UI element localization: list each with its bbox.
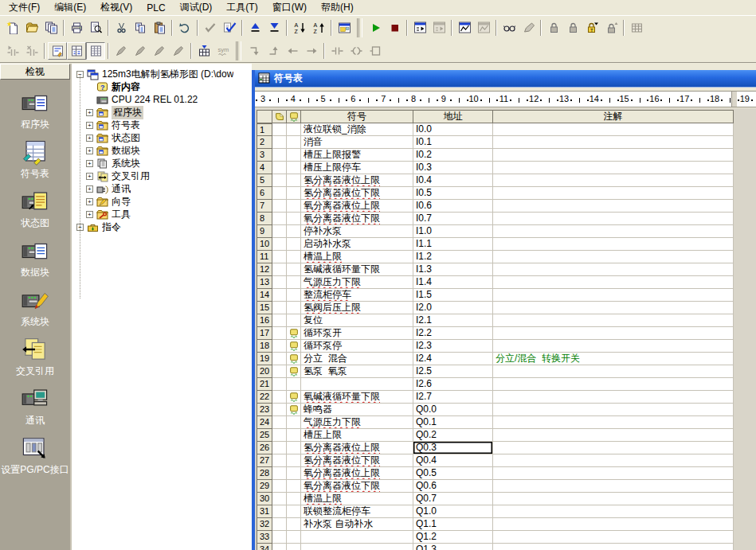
symbol-cell[interactable]: 槽温上限 <box>301 251 413 263</box>
row-number-cell[interactable]: 34 <box>257 544 272 550</box>
tree-item-whats-new[interactable]: 新内容 <box>72 80 252 93</box>
comment-cell[interactable] <box>493 251 734 263</box>
comment-cell[interactable] <box>493 289 734 302</box>
status-monitor-button[interactable] <box>499 19 519 37</box>
row-number-cell[interactable]: 10 <box>257 238 272 251</box>
symbol-table-titlebar[interactable]: 符号表 <box>255 70 756 88</box>
symbol-marker-cell[interactable] <box>287 187 301 200</box>
symbol-marker-cell[interactable] <box>287 404 301 416</box>
symbol-marker-cell[interactable] <box>287 314 301 327</box>
comment-cell[interactable] <box>493 404 734 416</box>
row-number-cell[interactable]: 4 <box>257 162 272 174</box>
symbol-marker-cell[interactable] <box>287 251 301 263</box>
symbol-marker-cell[interactable] <box>287 454 301 467</box>
symbol-cell[interactable]: 氢分离器液位下限 <box>301 187 413 200</box>
overlap-cell[interactable] <box>272 276 287 289</box>
navbar-item-status-chart[interactable]: 状态图 <box>0 188 70 237</box>
row-number-cell[interactable]: 8 <box>257 213 272 225</box>
symbol-cell[interactable]: 氢分离器液位下限 <box>301 454 413 467</box>
menu-item-debug[interactable]: 调试(D) <box>173 0 220 16</box>
tree-expand-expand-box[interactable]: + <box>86 198 93 205</box>
symbol-cell[interactable]: 氧分离器液位上限 <box>301 467 413 480</box>
copy-button[interactable] <box>131 19 150 37</box>
tree-item-project[interactable]: −125m3电解制氢梯形图 (D:\dow <box>72 68 252 80</box>
row-number-cell[interactable]: 23 <box>257 404 272 416</box>
comment-cell[interactable] <box>493 302 734 314</box>
overlap-cell[interactable] <box>272 365 287 378</box>
symbol-cell[interactable]: 氧碱液循环量下限 <box>301 391 413 404</box>
overlap-cell[interactable] <box>272 493 287 505</box>
comment-cell[interactable] <box>493 327 734 340</box>
address-cell[interactable]: I0.3 <box>413 162 493 174</box>
paste-button[interactable] <box>150 19 169 37</box>
tree-item-program-block[interactable]: +程序块 <box>72 106 252 119</box>
overlap-cell[interactable] <box>272 391 287 404</box>
symbol-cell[interactable]: 循环泵停 <box>301 340 413 353</box>
address-cell[interactable]: Q0.6 <box>413 480 493 493</box>
comment-cell[interactable] <box>493 263 734 276</box>
address-cell[interactable]: I0.1 <box>413 136 493 149</box>
row-number-cell[interactable]: 12 <box>257 263 272 276</box>
comment-cell[interactable] <box>493 162 734 174</box>
row-number-cell[interactable]: 13 <box>257 276 272 289</box>
compile-button[interactable] <box>201 19 220 37</box>
header-symbol-cell[interactable]: 符号 <box>301 110 413 123</box>
overlap-cell[interactable] <box>272 289 287 302</box>
row-number-cell[interactable]: 17 <box>257 327 272 340</box>
row-number-cell[interactable]: 9 <box>257 225 272 238</box>
save-all-button[interactable] <box>41 19 61 37</box>
comment-cell[interactable] <box>493 416 734 429</box>
navbar-item-symbol-table[interactable]: 符号表 <box>0 138 70 188</box>
insert-network-button[interactable] <box>3 42 22 60</box>
symbol-marker-cell[interactable] <box>287 365 301 378</box>
navbar-item-cross-reference[interactable]: 交叉引用 <box>0 336 70 385</box>
menu-item-help[interactable]: 帮助(H) <box>314 0 361 16</box>
read-forced-button[interactable] <box>601 19 621 37</box>
row-number-cell[interactable]: 15 <box>257 302 272 314</box>
delete-vertical-button[interactable] <box>150 42 169 60</box>
symbol-marker-cell[interactable] <box>287 162 301 174</box>
symbol-marker-cell[interactable] <box>287 213 301 225</box>
symbol-marker-cell[interactable] <box>287 123 301 136</box>
overlap-cell[interactable] <box>272 251 287 263</box>
overlap-cell[interactable] <box>272 480 287 493</box>
address-cell[interactable]: I0.2 <box>413 149 493 162</box>
symbol-cell[interactable]: 槽压上限停车 <box>301 162 413 174</box>
address-cell[interactable]: Q0.3 <box>413 442 493 454</box>
row-number-cell[interactable]: 16 <box>257 314 272 327</box>
row-number-cell[interactable]: 30 <box>257 493 272 505</box>
address-cell[interactable]: I2.3 <box>413 340 493 353</box>
symbol-cell[interactable]: 槽温上限 <box>301 493 413 505</box>
symbol-cell[interactable]: 氢泵 氧泵 <box>301 365 413 378</box>
comment-cell[interactable] <box>493 314 734 327</box>
comment-cell[interactable] <box>493 276 734 289</box>
overlap-cell[interactable] <box>272 302 287 314</box>
comment-cell[interactable] <box>493 518 734 531</box>
row-number-cell[interactable]: 33 <box>257 531 272 544</box>
address-cell[interactable]: Q1.1 <box>413 518 493 531</box>
symbol-cell[interactable]: 补水泵 自动补水 <box>301 518 413 531</box>
comment-cell[interactable] <box>493 442 734 454</box>
print-preview-button[interactable] <box>86 19 105 37</box>
force-button[interactable] <box>544 19 563 37</box>
symbol-marker-cell[interactable] <box>287 263 301 276</box>
tree-item-data-block[interactable]: +数据块 <box>72 144 252 157</box>
row-number-cell[interactable]: 6 <box>257 187 272 200</box>
row-number-cell[interactable]: 18 <box>257 340 272 353</box>
compile-all-button[interactable] <box>220 19 239 37</box>
overlap-cell[interactable] <box>272 353 287 365</box>
comment-cell[interactable] <box>493 365 734 378</box>
overlap-cell[interactable] <box>272 531 287 544</box>
symbol-marker-cell[interactable] <box>287 493 301 505</box>
tree-expand-expand-box[interactable]: + <box>86 185 93 193</box>
overlap-cell[interactable] <box>272 416 287 429</box>
overlap-cell[interactable] <box>272 225 287 238</box>
row-number-cell[interactable]: 14 <box>257 289 272 302</box>
sort-ascending-button[interactable] <box>309 19 328 37</box>
symbol-marker-cell[interactable] <box>287 302 301 314</box>
symbol-marker-cell[interactable] <box>287 149 301 162</box>
options-button[interactable] <box>335 19 354 37</box>
tree-item-symbol-table[interactable]: +符号表 <box>72 119 252 131</box>
tree-expand-expand-box[interactable]: + <box>86 109 93 116</box>
row-number-cell[interactable]: 31 <box>257 505 272 518</box>
